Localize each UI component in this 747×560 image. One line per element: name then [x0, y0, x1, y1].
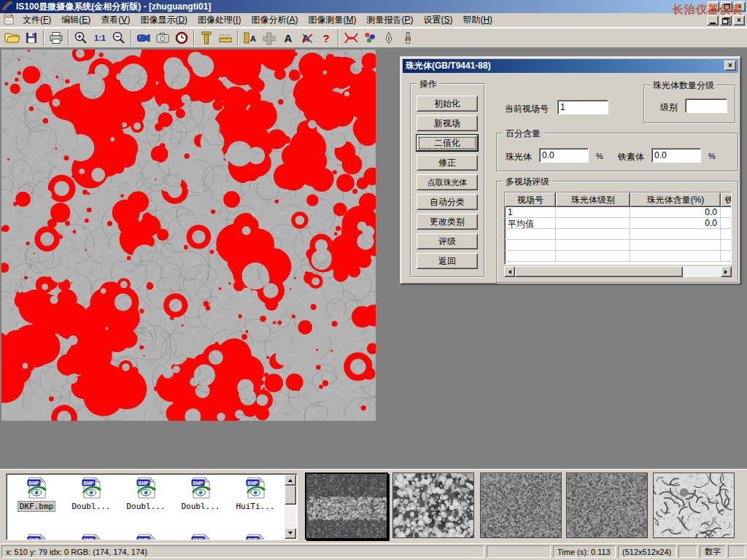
table-row[interactable] — [505, 251, 732, 262]
table-row[interactable]: 10.0 — [505, 207, 732, 218]
actual-size-icon[interactable]: 1:1 — [90, 29, 109, 47]
pearlite-percent-sign: % — [596, 152, 603, 160]
image-thumbnail[interactable] — [653, 472, 735, 538]
mdi-minimize-button[interactable] — [707, 15, 719, 26]
operation-button[interactable]: 点取珠光体 — [417, 174, 478, 190]
minimize-button[interactable] — [708, 1, 719, 12]
ferrite-percent-input[interactable] — [651, 148, 701, 163]
scroll-up-icon[interactable] — [285, 475, 296, 486]
zoom-in-icon[interactable] — [71, 29, 90, 47]
table-cell — [721, 207, 732, 218]
menu-item[interactable]: 图像处理(I) — [193, 12, 246, 28]
maximize-button[interactable] — [721, 1, 732, 12]
file-item[interactable]: BMP — [9, 534, 63, 540]
application-window: IS100显微摄像系统(金相分析版) - [zhuguangti01] × DO… — [0, 0, 747, 560]
file-item[interactable]: BMP Doubl... — [119, 477, 173, 511]
close-button[interactable]: × — [734, 1, 746, 12]
dialog-title-bar[interactable]: 珠光体(GB/T9441-88) × — [403, 59, 738, 73]
operation-button[interactable]: 返回 — [417, 253, 478, 269]
brush-icon[interactable] — [398, 29, 417, 47]
image-thumbnail[interactable] — [392, 472, 474, 538]
pen-icon[interactable] — [379, 29, 398, 47]
zoom-out-icon[interactable] — [109, 29, 128, 47]
video-camera-icon[interactable] — [134, 29, 153, 47]
file-item[interactable]: BMP DKF.bmp — [9, 477, 63, 512]
grade-input[interactable] — [685, 98, 727, 113]
text-icon[interactable]: A — [279, 29, 298, 47]
caliper-icon[interactable] — [197, 29, 216, 47]
operation-button[interactable]: 评级 — [417, 233, 478, 249]
svg-text:A: A — [250, 34, 256, 43]
open-folder-icon[interactable] — [3, 29, 22, 47]
dialog-close-icon[interactable]: × — [724, 61, 736, 71]
scroll-right-icon[interactable] — [721, 266, 732, 277]
grade-group: 珠光体数量分级 级别 — [643, 85, 735, 123]
image-thumbnail[interactable] — [480, 472, 562, 538]
clock-icon[interactable] — [172, 29, 191, 47]
file-name-label: DKF.bmp — [18, 501, 55, 512]
document-icon: DOC — [3, 13, 15, 27]
menu-item[interactable]: 设置(S) — [418, 12, 457, 28]
window-title: IS100显微摄像系统(金相分析版) - [zhuguangti01] — [16, 1, 211, 13]
menu-item[interactable]: 编辑(E) — [56, 12, 96, 28]
file-item[interactable]: BMP HuiTi... — [228, 477, 282, 511]
table-cell — [556, 229, 630, 240]
mdi-close-button[interactable]: × — [733, 15, 745, 26]
ruler-icon[interactable] — [216, 29, 235, 47]
save-icon[interactable] — [22, 29, 41, 47]
mdi-restore-button[interactable] — [720, 15, 732, 26]
print-icon[interactable] — [47, 29, 66, 47]
capture-camera-icon[interactable] — [153, 29, 172, 47]
operation-button[interactable]: 初始化 — [417, 96, 478, 112]
operation-button[interactable]: 二值化 — [417, 135, 478, 151]
menu-item[interactable]: 帮助(H) — [457, 12, 498, 28]
menu-item[interactable]: 图像测量(M) — [303, 12, 361, 28]
file-item[interactable]: BMP — [174, 534, 228, 540]
table-header-cell[interactable]: 铁素体含量(%) — [721, 192, 732, 207]
help-icon[interactable]: ? — [317, 29, 336, 47]
table-header-cell[interactable]: 珠光体含量(%) — [630, 192, 721, 207]
multi-field-group: 多视场评级 视场号珠光体级别珠光体含量(%)铁素体含量(%)10.0平均值0.0 — [496, 181, 738, 283]
menu-item[interactable]: 图像分析(A) — [246, 12, 303, 28]
file-item[interactable]: BMP Doubl... — [64, 477, 118, 511]
image-thumbnail[interactable] — [566, 472, 648, 538]
menu-item[interactable]: 查看(V) — [96, 12, 135, 28]
curve-cut-icon[interactable] — [341, 29, 360, 47]
table-header-cell[interactable]: 珠光体级别 — [556, 192, 630, 207]
menu-item[interactable]: 文件(F) — [18, 12, 56, 28]
metallographic-image[interactable] — [1, 50, 376, 421]
table-cell — [556, 240, 630, 251]
file-item[interactable]: BMP — [64, 534, 118, 540]
operation-button[interactable]: 更改类别 — [417, 214, 478, 230]
operation-button[interactable]: 自动分类 — [417, 194, 478, 210]
operation-button[interactable]: 新视场 — [417, 115, 478, 131]
operation-button[interactable]: 修正 — [417, 155, 478, 171]
pearlite-percent-input[interactable] — [539, 148, 589, 163]
image-thumbnail[interactable] — [305, 472, 388, 540]
scroll-down-icon[interactable] — [285, 528, 296, 539]
table-row[interactable] — [505, 229, 732, 240]
bmp-image-file-icon: BMP — [80, 534, 103, 540]
table-row[interactable]: 平均值0.0 — [505, 218, 732, 229]
scrollbar-thumb[interactable] — [285, 486, 296, 505]
phase-balls-icon[interactable] — [360, 29, 379, 47]
file-item[interactable]: BMP — [119, 534, 173, 540]
bmp-image-file-icon: BMP — [244, 534, 267, 540]
scrollbar-thumb[interactable] — [515, 266, 683, 277]
operations-group-label: 操作 — [417, 78, 440, 90]
file-item[interactable]: BMP Doubl... — [174, 477, 228, 511]
scroll-left-icon[interactable] — [504, 266, 515, 277]
grid-cross-icon[interactable] — [260, 29, 279, 47]
svg-text:?: ? — [322, 31, 329, 44]
menu-item[interactable]: 测量报告(P) — [361, 12, 418, 28]
table-horizontal-scrollbar[interactable] — [504, 266, 732, 277]
file-list-scrollbar[interactable] — [285, 475, 296, 539]
menu-item[interactable]: 图像显示(D) — [135, 12, 193, 28]
file-item[interactable]: BMP — [228, 534, 282, 540]
annotate-icon[interactable]: A — [298, 29, 317, 47]
table-row[interactable] — [505, 240, 732, 251]
measure-text-icon[interactable]: A — [241, 29, 260, 47]
table-header-cell[interactable]: 视场号 — [505, 192, 556, 207]
multi-field-group-label: 多视场评级 — [503, 176, 552, 188]
current-field-input[interactable] — [557, 100, 608, 114]
